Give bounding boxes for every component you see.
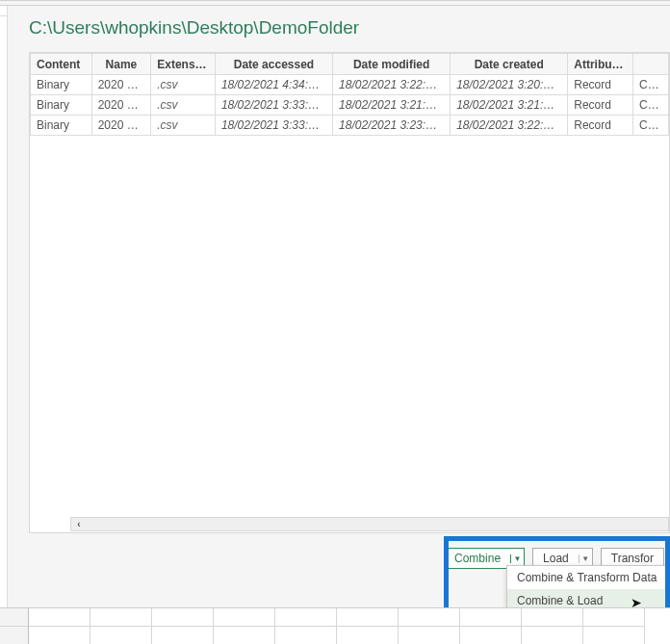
sheet-cell[interactable]: [90, 608, 152, 627]
cell-accessed: 18/02/2021 3:33:19 PM: [215, 116, 332, 136]
sheet-cell[interactable]: [152, 627, 214, 644]
cell-attr: Record: [568, 116, 633, 136]
cell-accessed: 18/02/2021 4:34:42 PM: [215, 75, 332, 95]
col-content[interactable]: Content: [31, 54, 92, 75]
cell-folder: C:\User: [633, 95, 669, 116]
cell-name: 2020 03.csv: [91, 116, 151, 136]
table-row[interactable]: Binary 2020 02.csv .csv 18/02/2021 3:33:…: [31, 95, 669, 116]
table-row[interactable]: Binary 2020 01.csv .csv 18/02/2021 4:34:…: [31, 75, 669, 95]
sheet-cell[interactable]: [460, 608, 522, 627]
cell-modified: 18/02/2021 3:23:54 PM: [333, 116, 451, 136]
sheet-cell[interactable]: [583, 608, 645, 627]
cell-folder: C:\User: [633, 116, 669, 136]
file-preview-table: Content Name Extension Date accessed Dat…: [29, 52, 670, 533]
sheet-cell[interactable]: [29, 627, 90, 644]
spreadsheet-background: [0, 607, 670, 644]
cell-created: 18/02/2021 3:22:36 PM: [451, 116, 568, 136]
col-date-modified[interactable]: Date modified: [333, 54, 451, 75]
sheet-cell[interactable]: [214, 627, 275, 644]
cell-modified: 18/02/2021 3:21:29 PM: [333, 95, 451, 116]
table-row[interactable]: Binary 2020 03.csv .csv 18/02/2021 3:33:…: [31, 116, 669, 136]
col-name[interactable]: Name: [91, 54, 151, 75]
col-date-accessed[interactable]: Date accessed: [215, 54, 332, 75]
cell-name: 2020 02.csv: [91, 95, 151, 116]
folder-path-title: C:\Users\whopkins\Desktop\DemoFolder: [0, 6, 670, 52]
menu-combine-transform[interactable]: Combine & Transform Data: [507, 566, 669, 589]
sheet-cell[interactable]: [460, 627, 522, 644]
sheet-cell[interactable]: [583, 627, 645, 644]
sheet-cell[interactable]: [399, 627, 460, 644]
cell-content: Binary: [31, 75, 92, 95]
row-header[interactable]: [0, 627, 29, 644]
horizontal-scrollbar[interactable]: ‹: [70, 517, 669, 531]
row-header[interactable]: [0, 608, 29, 627]
cell-ext: .csv: [151, 116, 216, 136]
cell-created: 18/02/2021 3:20:15 PM: [451, 75, 568, 95]
sheet-cell[interactable]: [399, 608, 460, 627]
cell-attr: Record: [568, 75, 633, 95]
sheet-cell[interactable]: [275, 627, 337, 644]
cell-accessed: 18/02/2021 3:33:19 PM: [215, 95, 332, 116]
sheet-cell[interactable]: [152, 608, 214, 627]
cell-ext: .csv: [151, 95, 216, 116]
col-date-created[interactable]: Date created: [451, 54, 568, 75]
cell-attr: Record: [568, 95, 633, 116]
transform-label: Transfor: [602, 552, 663, 565]
sheet-cell[interactable]: [337, 627, 399, 644]
col-folder[interactable]: [633, 54, 669, 75]
left-gutter: [0, 6, 8, 607]
sheet-cell[interactable]: [522, 627, 583, 644]
col-extension[interactable]: Extension: [151, 54, 216, 75]
cell-modified: 18/02/2021 3:22:01 PM: [333, 75, 451, 95]
chevron-down-icon[interactable]: ▼: [579, 554, 592, 563]
sheet-cell[interactable]: [337, 608, 399, 627]
table-header-row: Content Name Extension Date accessed Dat…: [31, 54, 669, 75]
cell-created: 18/02/2021 3:21:00 PM: [451, 95, 568, 116]
cell-content: Binary: [31, 116, 92, 136]
cell-name: 2020 01.csv: [91, 75, 151, 95]
menu-combine-load-label: Combine & Load: [517, 594, 603, 607]
chevron-down-icon[interactable]: ▼: [510, 554, 524, 563]
cell-content: Binary: [31, 95, 92, 116]
sheet-cell[interactable]: [214, 608, 275, 627]
sheet-cell[interactable]: [522, 608, 583, 627]
combine-label: Combine: [445, 552, 510, 565]
col-attributes[interactable]: Attributes: [568, 54, 633, 75]
sheet-cell[interactable]: [275, 608, 337, 627]
scroll-left-button[interactable]: ‹: [71, 518, 87, 530]
cell-folder: C:\User: [633, 75, 669, 95]
cell-ext: .csv: [151, 75, 216, 95]
sheet-cell[interactable]: [90, 627, 152, 644]
sheet-cell[interactable]: [29, 608, 90, 627]
load-label: Load: [533, 552, 579, 565]
